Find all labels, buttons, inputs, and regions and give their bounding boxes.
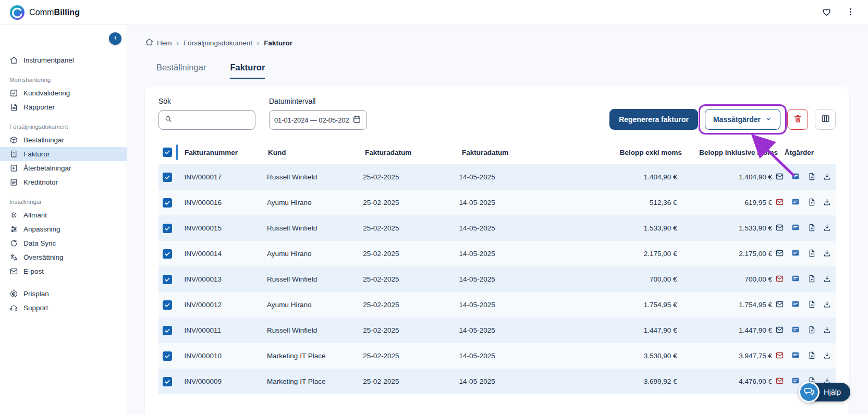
- view-invoice-button[interactable]: [791, 172, 800, 182]
- send-email-button[interactable]: [775, 172, 784, 182]
- amount-incl-vat: 2.175,00 €: [680, 250, 775, 258]
- send-email-button[interactable]: [775, 300, 784, 310]
- sidebar-item-e-post[interactable]: E-post: [0, 264, 127, 278]
- regenerate-invoices-button[interactable]: Regenerera fakturor: [609, 109, 698, 130]
- gear-icon: [9, 211, 18, 220]
- sidebar-item-anpassning[interactable]: Anpassning: [0, 222, 127, 236]
- download-invoice-button[interactable]: [823, 198, 832, 208]
- amount-incl-vat: 1.404,90 €: [680, 173, 775, 181]
- row-checkbox[interactable]: [163, 326, 172, 335]
- delete-button[interactable]: [787, 109, 808, 130]
- duplicate-invoice-button[interactable]: [807, 274, 816, 285]
- tab-bar: BeställningarFakturor: [156, 63, 849, 79]
- breadcrumb-item-hem[interactable]: Hem: [145, 38, 172, 48]
- pricing-icon: [9, 289, 18, 298]
- sidebar-item-oversattning[interactable]: Översättning: [0, 250, 127, 264]
- download-invoice-button[interactable]: [823, 274, 832, 285]
- sidebar-item-rapporter[interactable]: Rapporter: [0, 100, 127, 114]
- row-checkbox[interactable]: [163, 173, 172, 182]
- search-input[interactable]: [176, 116, 250, 124]
- download-invoice-button[interactable]: [823, 351, 832, 361]
- due-date: 14-05-2025: [459, 224, 581, 232]
- amount-incl-vat: 1.754,95 €: [680, 301, 775, 309]
- row-checkbox[interactable]: [163, 198, 172, 208]
- duplicate-invoice-button[interactable]: [807, 300, 816, 310]
- send-email-button[interactable]: [775, 223, 784, 234]
- view-invoice-button[interactable]: [791, 325, 800, 336]
- tab-bestallningar[interactable]: Beställningar: [156, 63, 206, 79]
- send-email-button[interactable]: [775, 198, 784, 208]
- download-invoice-button[interactable]: [823, 172, 832, 182]
- duplicate-invoice-button[interactable]: [807, 198, 816, 208]
- row-checkbox[interactable]: [163, 300, 172, 310]
- bulk-actions-button[interactable]: Massåtgärder: [705, 109, 780, 130]
- send-email-button[interactable]: [775, 249, 784, 259]
- row-checkbox[interactable]: [163, 275, 172, 284]
- download-invoice-button[interactable]: [823, 223, 832, 234]
- sidebar-item-bestallningar[interactable]: Beställningar: [0, 133, 127, 147]
- sidebar-item-data-sync[interactable]: Data Sync: [0, 236, 127, 250]
- view-invoice-button[interactable]: [791, 197, 800, 208]
- sidebar-item-prisplan[interactable]: Prisplan: [0, 287, 127, 301]
- duplicate-icon: [807, 300, 816, 310]
- invoice-date: 25-02-2025: [363, 326, 459, 334]
- send-email-button[interactable]: [775, 376, 784, 387]
- amount-excl-vat: 2.175,00 €: [581, 250, 680, 258]
- send-email-button[interactable]: [775, 351, 784, 361]
- duplicate-invoice-button[interactable]: [807, 172, 816, 182]
- sidebar-item-aterbetalningar[interactable]: Återbetalningar: [0, 161, 127, 175]
- date-range-input[interactable]: 01-01-2024 — 02-05-202: [269, 110, 367, 130]
- chat-bubble-button[interactable]: [799, 382, 820, 403]
- row-checkbox[interactable]: [163, 377, 172, 386]
- app-logo[interactable]: CommBilling: [9, 5, 80, 20]
- sidebar-item-allmant[interactable]: Allmänt: [0, 208, 127, 222]
- favorites-button[interactable]: [821, 6, 832, 19]
- sidebar-collapse-button[interactable]: [109, 32, 121, 45]
- sidebar-item-label: Beställningar: [23, 136, 64, 144]
- overflow-menu-button[interactable]: [846, 7, 855, 18]
- duplicate-invoice-button[interactable]: [807, 223, 816, 234]
- download-invoice-button[interactable]: [823, 249, 832, 259]
- duplicate-invoice-button[interactable]: [807, 351, 816, 361]
- columns-icon: [821, 114, 830, 125]
- breadcrumb-label: Hem: [157, 39, 172, 47]
- sidebar-item-kreditnotor[interactable]: Kreditnotor: [0, 175, 127, 189]
- row-checkbox-cell: [158, 300, 185, 310]
- breadcrumb-item-forsaljningsdokument[interactable]: Försäljningsdokument: [184, 39, 252, 47]
- send-email-button[interactable]: [775, 274, 784, 285]
- amount-excl-vat: 3.699,92 €: [581, 378, 680, 385]
- invoice-number: INV/000010: [185, 352, 267, 360]
- column-header-fakturanummer-0: Fakturanummer: [185, 149, 268, 156]
- sidebar: InstrumentpanelMomshanteringKundvalideri…: [0, 25, 127, 414]
- sidebar-item-label: Översättning: [23, 253, 64, 261]
- select-all-checkbox[interactable]: [163, 148, 172, 157]
- view-invoice-button[interactable]: [791, 223, 800, 234]
- sidebar-item-kundvalidering[interactable]: Kundvalidering: [0, 86, 127, 100]
- download-invoice-button[interactable]: [823, 300, 832, 310]
- search-label: Sök: [158, 97, 255, 105]
- sidebar-item-instrumentpanel[interactable]: Instrumentpanel: [0, 53, 127, 67]
- duplicate-icon: [807, 351, 816, 361]
- duplicate-invoice-button[interactable]: [807, 325, 816, 336]
- search-field-group: Sök: [158, 97, 255, 130]
- view-invoice-button[interactable]: [791, 350, 800, 361]
- sidebar-item-support[interactable]: Support: [0, 301, 127, 315]
- invoice-date: 25-02-2025: [363, 301, 459, 309]
- invoice-date: 25-02-2025: [363, 352, 459, 360]
- send-email-button[interactable]: [775, 325, 784, 336]
- row-checkbox-cell: [158, 198, 185, 208]
- sidebar-item-label: Kundvalidering: [23, 89, 70, 97]
- row-checkbox[interactable]: [163, 224, 172, 233]
- row-checkbox[interactable]: [163, 249, 172, 259]
- column-settings-button[interactable]: [815, 109, 836, 130]
- row-checkbox[interactable]: [163, 351, 172, 361]
- view-invoice-button[interactable]: [791, 248, 800, 259]
- due-date: 14-05-2025: [459, 301, 581, 309]
- download-invoice-button[interactable]: [823, 325, 832, 336]
- tab-fakturor[interactable]: Fakturor: [230, 63, 265, 79]
- sidebar-item-fakturor[interactable]: Fakturor: [0, 147, 127, 161]
- table-row: INV/000009Marketing IT Place25-02-202514…: [158, 369, 836, 394]
- duplicate-invoice-button[interactable]: [807, 249, 816, 259]
- view-invoice-button[interactable]: [791, 274, 800, 285]
- view-invoice-button[interactable]: [791, 299, 800, 310]
